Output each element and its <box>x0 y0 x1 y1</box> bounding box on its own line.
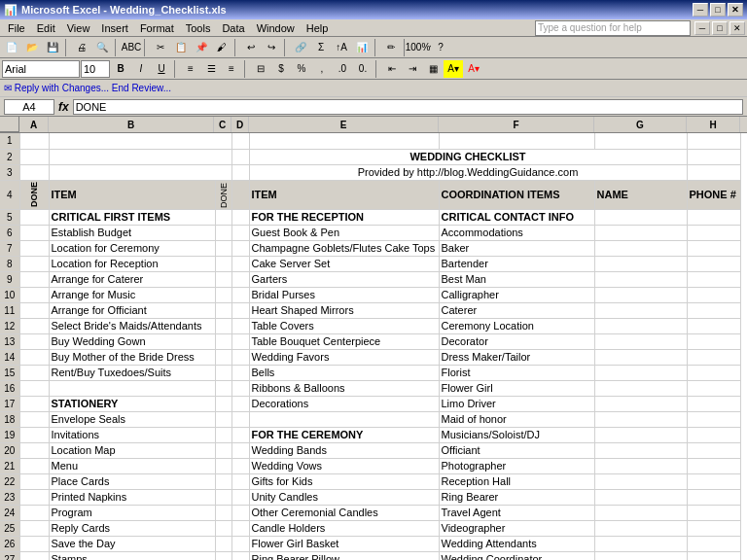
cell-g26[interactable] <box>594 536 687 551</box>
cell-g14[interactable] <box>594 349 687 365</box>
new-button[interactable]: 📄 <box>2 39 21 56</box>
cell-g24[interactable] <box>594 505 687 520</box>
cell-d19[interactable] <box>231 427 249 442</box>
fill-color-button[interactable]: A▾ <box>444 60 463 78</box>
cell-a18[interactable] <box>19 411 49 427</box>
underline-button[interactable]: U <box>152 60 171 78</box>
cell-d5[interactable] <box>231 209 249 225</box>
cell-b22[interactable]: Place Cards <box>49 473 216 489</box>
cell-h16[interactable] <box>687 380 740 396</box>
cell-a5[interactable] <box>19 209 49 225</box>
cell-e6[interactable]: Guest Book & Pen <box>249 225 439 240</box>
cell-h9[interactable] <box>687 271 740 287</box>
cell-c7[interactable] <box>216 240 231 256</box>
insert-link-button[interactable]: 🔗 <box>291 39 310 56</box>
cell-b26[interactable]: Save the Day <box>49 536 216 551</box>
cell-d1[interactable] <box>231 133 249 149</box>
cell-e21[interactable]: Wedding Vows <box>249 458 439 473</box>
save-button[interactable]: 💾 <box>43 39 62 56</box>
close-button[interactable]: ✕ <box>728 3 743 17</box>
cell-a26[interactable] <box>19 536 49 551</box>
indent-decrease-button[interactable]: ⇤ <box>382 60 402 78</box>
cell-a12[interactable] <box>19 318 49 333</box>
cell-b20[interactable]: Location Map <box>49 442 216 458</box>
cell-c19[interactable] <box>216 427 231 442</box>
cell-b4-item[interactable]: ITEM <box>49 180 216 209</box>
cell-g12[interactable] <box>594 318 687 333</box>
cell-g7[interactable] <box>594 240 687 256</box>
cell-e9[interactable]: Garters <box>249 271 439 287</box>
cell-b6[interactable]: Establish Budget <box>49 225 216 240</box>
chart-button[interactable]: 📊 <box>352 39 372 56</box>
cell-d27[interactable] <box>231 551 249 560</box>
app-min-button[interactable]: ─ <box>694 21 710 35</box>
cell-f23[interactable]: Ring Bearer <box>439 489 594 505</box>
cell-e20[interactable]: Wedding Bands <box>249 442 439 458</box>
paste-button[interactable]: 📌 <box>192 39 211 56</box>
cell-a11[interactable] <box>19 302 49 318</box>
cell-f17[interactable]: Limo Driver <box>439 396 594 411</box>
cell-h11[interactable] <box>687 302 740 318</box>
cell-h17[interactable] <box>687 396 740 411</box>
bold-button[interactable]: B <box>111 60 130 78</box>
cell-d6[interactable] <box>231 225 249 240</box>
col-header-c[interactable]: C <box>214 117 231 132</box>
drawing-button[interactable]: ✏ <box>381 39 401 56</box>
cell-g17[interactable] <box>594 396 687 411</box>
cell-e12[interactable]: Table Covers <box>249 318 439 333</box>
percent-button[interactable]: % <box>292 60 311 78</box>
menu-data[interactable]: Data <box>216 21 250 35</box>
cell-h25[interactable] <box>687 520 740 536</box>
cell-a24[interactable] <box>19 505 49 520</box>
cell-h21[interactable] <box>687 458 740 473</box>
cell-f6[interactable]: Accommodations <box>439 225 594 240</box>
col-header-f[interactable]: F <box>439 117 594 132</box>
cell-e10[interactable]: Bridal Purses <box>249 287 439 302</box>
cell-h15[interactable] <box>687 365 740 380</box>
cell-d4[interactable] <box>231 180 249 209</box>
cell-f12[interactable]: Ceremony Location <box>439 318 594 333</box>
currency-button[interactable]: $ <box>271 60 291 78</box>
cell-c21[interactable] <box>216 458 231 473</box>
cell-f8[interactable]: Bartender <box>439 256 594 271</box>
cell-g25[interactable] <box>594 520 687 536</box>
cell-b25[interactable]: Reply Cards <box>49 520 216 536</box>
cell-h20[interactable] <box>687 442 740 458</box>
cell-d26[interactable] <box>231 536 249 551</box>
cell-d13[interactable] <box>231 333 249 349</box>
col-header-d[interactable]: D <box>231 117 249 132</box>
preview-button[interactable]: 🔍 <box>92 39 112 56</box>
cell-h4-phone[interactable]: PHONE # <box>687 180 740 209</box>
font-color-button[interactable]: A▾ <box>464 60 483 78</box>
cell-c16[interactable] <box>216 380 231 396</box>
cell-b13[interactable]: Buy Wedding Gown <box>49 333 216 349</box>
comma-button[interactable]: , <box>312 60 332 78</box>
cell-e2[interactable]: WEDDING CHECKLIST <box>249 149 687 164</box>
cell-a14[interactable] <box>19 349 49 365</box>
cell-a27[interactable] <box>19 551 49 560</box>
cell-g11[interactable] <box>594 302 687 318</box>
cell-e25[interactable]: Candle Holders <box>249 520 439 536</box>
cell-c22[interactable] <box>216 473 231 489</box>
cell-c5[interactable] <box>216 209 231 225</box>
cell-a10[interactable] <box>19 287 49 302</box>
cell-f11[interactable]: Caterer <box>439 302 594 318</box>
cell-d12[interactable] <box>231 318 249 333</box>
cell-d9[interactable] <box>231 271 249 287</box>
cell-e4-item[interactable]: ITEM <box>249 180 439 209</box>
autosum-button[interactable]: Σ <box>311 39 331 56</box>
cell-e27[interactable]: Ring Bearer Pillow <box>249 551 439 560</box>
cell-a21[interactable] <box>19 458 49 473</box>
cell-a23[interactable] <box>19 489 49 505</box>
print-button[interactable]: 🖨 <box>72 39 91 56</box>
cell-f4-coord[interactable]: COORDINATION ITEMS <box>439 180 594 209</box>
cell-e22[interactable]: Gifts for Kids <box>249 473 439 489</box>
cell-d8[interactable] <box>231 256 249 271</box>
cell-b10[interactable]: Arrange for Music <box>49 287 216 302</box>
cell-f13[interactable]: Decorator <box>439 333 594 349</box>
cell-a3[interactable] <box>19 164 49 180</box>
cell-a17[interactable] <box>19 396 49 411</box>
app-max-button[interactable]: □ <box>712 21 728 35</box>
cell-g21[interactable] <box>594 458 687 473</box>
cell-a4-done[interactable]: DONE <box>19 180 49 209</box>
